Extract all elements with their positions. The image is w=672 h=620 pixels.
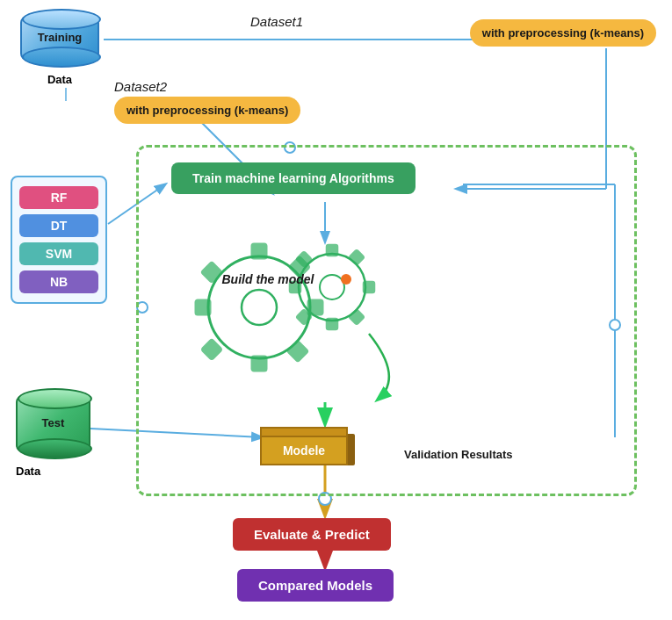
svg-rect-19 xyxy=(252,244,266,258)
gears-svg xyxy=(189,224,400,400)
svg-point-18 xyxy=(242,290,277,325)
svg-rect-29 xyxy=(327,245,337,256)
training-data-cylinder: Training xyxy=(20,16,99,61)
build-model-text: Build the model xyxy=(220,272,316,286)
test-data-label: Test xyxy=(42,416,65,431)
train-ml-box: Train machine learning Algorithms xyxy=(171,162,415,194)
svg-rect-24 xyxy=(202,263,222,283)
dataset2-label: Dataset2 xyxy=(114,79,167,94)
preprocess-box2: with preprocessing (k-means) xyxy=(114,97,300,124)
training-data: Training Data xyxy=(16,16,104,86)
algo-svm: SVM xyxy=(19,242,98,265)
algo-nb: NB xyxy=(19,270,98,293)
modele-label: Modele xyxy=(283,443,325,458)
svg-rect-35 xyxy=(350,310,365,325)
algo-rf: RF xyxy=(19,186,98,209)
svg-rect-26 xyxy=(202,340,222,360)
svg-rect-33 xyxy=(350,250,365,265)
algo-dt: DT xyxy=(19,214,98,237)
svg-rect-20 xyxy=(252,357,266,371)
orange-dot xyxy=(341,274,351,285)
evaluate-predict-box: Evaluate & Predict xyxy=(233,518,391,551)
svg-rect-22 xyxy=(196,300,210,314)
training-data-label: Training xyxy=(38,31,83,46)
dataset1-label: Dataset1 xyxy=(250,14,303,29)
diagram-container: Training Data Dataset1 Dataset2 with pre… xyxy=(0,0,672,620)
test-data-cylinder: Test xyxy=(16,395,90,452)
svg-rect-30 xyxy=(327,319,337,329)
validation-text: Validation Resultats xyxy=(404,448,513,461)
modele-box: Modele xyxy=(260,436,348,465)
training-data-label2: Data xyxy=(47,73,72,86)
test-data: Test Data xyxy=(16,395,104,465)
svg-rect-25 xyxy=(288,342,308,362)
preprocess-box1: with preprocessing (k-means) xyxy=(470,19,656,47)
compared-models-box: Compared Models xyxy=(237,569,394,602)
svg-rect-31 xyxy=(364,282,374,292)
test-data-label2: Data xyxy=(16,465,104,478)
algorithms-box: RF DT SVM NB xyxy=(11,176,107,304)
